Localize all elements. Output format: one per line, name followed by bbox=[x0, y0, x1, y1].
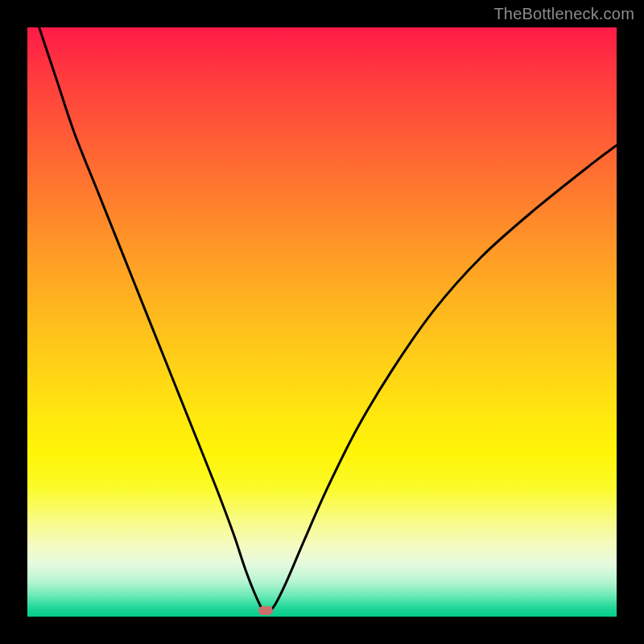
curve-svg bbox=[27, 27, 617, 617]
optimum-marker bbox=[258, 606, 273, 615]
watermark-text: TheBottleneck.com bbox=[493, 5, 634, 23]
chart-frame: TheBottleneck.com bbox=[0, 0, 644, 644]
bottleneck-curve bbox=[39, 27, 617, 614]
plot-area bbox=[27, 27, 617, 617]
